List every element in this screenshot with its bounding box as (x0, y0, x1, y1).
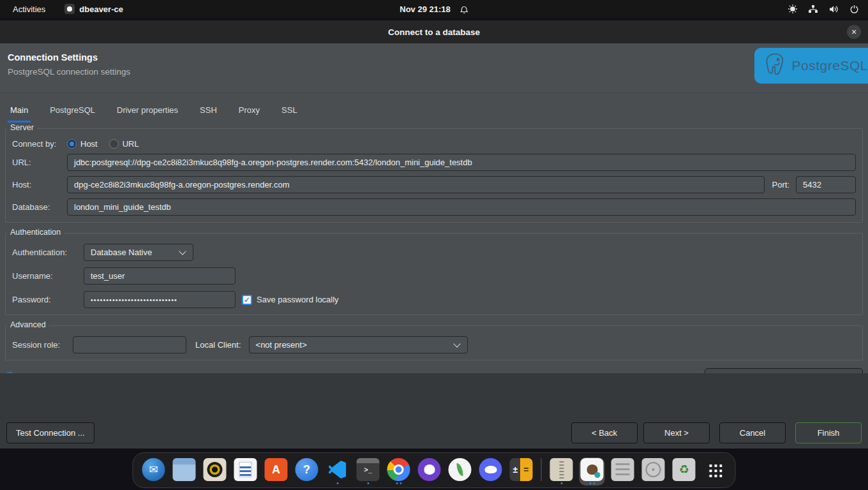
auth-type-row: Authentication: Database Native (12, 244, 856, 261)
activities-button[interactable]: Activities (10, 3, 48, 15)
software-icon (265, 458, 288, 481)
authentication-group-label: Authentication (7, 228, 64, 237)
radio-url[interactable]: URL (109, 139, 139, 149)
page-title: Connection Settings (8, 52, 868, 63)
host-label: Host: (12, 180, 67, 189)
dbeaver-app-icon (64, 4, 75, 14)
authentication-group: Authentication Authentication: Database … (5, 233, 863, 315)
tab-ssh[interactable]: SSH (197, 100, 220, 122)
dock-item-dbeaver[interactable] (580, 457, 605, 486)
radio-host-control[interactable] (67, 139, 77, 149)
system-tray[interactable] (788, 4, 868, 14)
volume-icon (828, 4, 839, 14)
focused-app[interactable]: dbeaver-ce (64, 4, 123, 14)
dock-item-disks[interactable] (641, 457, 666, 486)
dialog-button-bar: Test Connection ... < Back Next > Cancel… (0, 373, 868, 449)
dock-item-settings[interactable] (610, 457, 636, 486)
elephant-icon (762, 52, 788, 80)
running-indicator (589, 481, 595, 486)
password-input[interactable]: •••••••••••••••••••••••••••• (84, 291, 236, 308)
dock-item-software[interactable] (264, 457, 289, 486)
dialog-header: Connection Settings PostgreSQL connectio… (0, 43, 868, 93)
dock-item-discord[interactable] (478, 457, 504, 486)
brightness-icon (788, 4, 798, 14)
dock-item-thunderbird[interactable] (141, 457, 167, 486)
dock-item-files[interactable] (172, 457, 197, 486)
network-icon (808, 4, 818, 14)
disks-icon (642, 458, 665, 481)
dock-item-terminal[interactable] (355, 457, 381, 486)
tab-driver-properties[interactable]: Driver properties (114, 100, 181, 122)
clock-label: Nov 29 21:18 (400, 4, 451, 14)
port-label: Port: (772, 180, 789, 189)
host-input[interactable]: dpg-ce2c8i82i3mkuc8q98fg-a.oregon-postgr… (67, 176, 765, 193)
port-input[interactable]: 5432 (796, 176, 856, 193)
url-row: URL: jdbc:postgresql://dpg-ce2c8i82i3mku… (12, 154, 856, 171)
connect-database-dialog: Connect to a database × Connection Setti… (0, 20, 868, 449)
advanced-row: Session role: Local Client: <not present… (12, 336, 856, 353)
files-icon (173, 458, 196, 481)
username-label: Username: (12, 271, 84, 281)
database-row: Database: london_mini_guide_testdb (12, 198, 856, 216)
running-indicator (560, 481, 562, 486)
tab-ssl[interactable]: SSL (279, 100, 300, 122)
dock (133, 452, 736, 488)
dock-item-vscode[interactable] (325, 457, 350, 486)
tab-main[interactable]: Main (8, 100, 31, 122)
test-connection-button[interactable]: Test Connection ... (6, 422, 94, 443)
bell-icon (460, 4, 468, 14)
dock-item-trash[interactable] (671, 457, 697, 486)
auth-type-label: Authentication: (12, 248, 84, 257)
radio-host[interactable]: Host (67, 139, 98, 149)
chrome-icon (387, 458, 410, 481)
github-icon (418, 458, 441, 481)
save-password-label: Save password locally (257, 295, 339, 304)
dock-item-archive[interactable] (549, 457, 574, 486)
focused-app-label: dbeaver-ce (79, 4, 123, 14)
username-row: Username: test_user (12, 267, 856, 285)
session-role-label: Session role: (12, 340, 73, 350)
postgresql-logo: PostgreSQL (754, 48, 868, 84)
advanced-group: Advanced Session role: Local Client: <no… (5, 325, 863, 360)
next-button[interactable]: Next > (643, 422, 710, 443)
back-button[interactable]: < Back (571, 422, 638, 443)
running-indicator (396, 481, 401, 486)
power-icon (849, 4, 859, 14)
tab-bar: MainPostgreSQLDriver propertiesSSHProxyS… (0, 98, 868, 122)
auth-type-select[interactable]: Database Native (84, 244, 193, 261)
dock-item-writer[interactable] (233, 457, 258, 486)
server-group-label: Server (7, 123, 37, 132)
dock-item-mongodb[interactable] (447, 457, 473, 486)
radio-url-control[interactable] (109, 139, 119, 149)
dock-item-appgrid[interactable] (702, 457, 728, 486)
session-role-input[interactable] (73, 336, 186, 353)
url-input[interactable]: jdbc:postgresql://dpg-ce2c8i82i3mkuc8q98… (67, 154, 856, 171)
database-input[interactable]: london_mini_guide_testdb (67, 198, 856, 216)
running-indicator (336, 481, 338, 486)
advanced-group-label: Advanced (7, 320, 49, 329)
host-row: Host: dpg-ce2c8i82i3mkuc8q98fg-a.oregon-… (12, 176, 856, 193)
dialog-titlebar[interactable]: Connect to a database × (0, 20, 868, 43)
tab-proxy[interactable]: Proxy (236, 100, 262, 122)
radio-host-label: Host (80, 139, 98, 149)
top-bar: Activities dbeaver-ce Nov 29 21:18 (0, 0, 868, 18)
local-client-select[interactable]: <not present> (249, 336, 468, 353)
tab-postgresql[interactable]: PostgreSQL (47, 100, 98, 122)
writer-icon (234, 458, 257, 481)
terminal-icon (357, 458, 380, 481)
dock-item-github[interactable] (417, 457, 442, 486)
local-client-label: Local Client: (195, 340, 241, 350)
dock-item-chrome[interactable] (386, 457, 412, 486)
dock-item-calculator[interactable] (509, 457, 534, 486)
cancel-button[interactable]: Cancel (719, 422, 786, 443)
dock-item-help[interactable] (294, 457, 320, 486)
close-icon[interactable]: × (847, 25, 861, 39)
save-password-checkbox[interactable]: ✓ (242, 295, 252, 305)
radio-url-label: URL (123, 139, 139, 149)
password-row: Password: •••••••••••••••••••••••••••• ✓… (12, 291, 856, 308)
vscode-icon (326, 458, 349, 481)
username-input[interactable]: test_user (84, 267, 236, 285)
clock-menu[interactable]: Nov 29 21:18 (400, 4, 468, 14)
dock-item-rhythmbox[interactable] (202, 457, 228, 486)
finish-button[interactable]: Finish (795, 422, 862, 443)
